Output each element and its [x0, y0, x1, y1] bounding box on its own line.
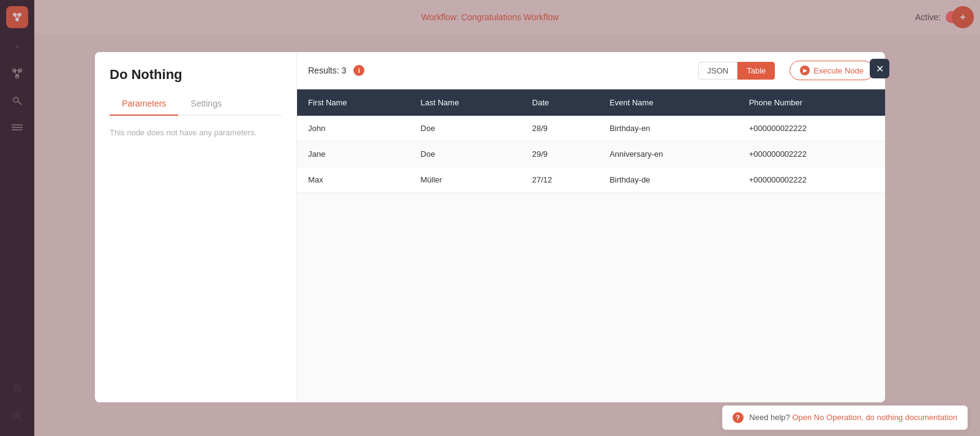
table-header-row: First Name Last Name Date Event Name Pho…	[297, 89, 885, 116]
execute-node-button[interactable]: ▶ Execute Node	[790, 61, 874, 80]
tab-bar: Parameters Settings	[110, 92, 282, 116]
col-first-name: First Name	[297, 89, 410, 116]
col-date: Date	[521, 89, 598, 116]
no-params-message: This node does not have any parameters.	[110, 128, 282, 137]
table-row: Jane Doe 29/9 Anniversary-en +0000000022…	[297, 141, 885, 167]
help-text: Need help?	[749, 413, 790, 422]
cell-event-2: Anniversary-en	[598, 141, 738, 167]
node-title: Do Nothing	[110, 67, 282, 83]
help-icon: ?	[733, 412, 744, 423]
cell-date-2: 29/9	[521, 141, 598, 167]
table-row: John Doe 28/9 Birthday-en +000000022222	[297, 116, 885, 141]
close-button[interactable]: ✕	[870, 59, 889, 78]
cell-first-name-3: Max	[297, 167, 410, 193]
cell-event-1: Birthday-en	[598, 116, 738, 141]
cell-phone-1: +000000022222	[738, 116, 885, 141]
cell-last-name-1: Doe	[410, 116, 521, 141]
info-badge: i	[353, 65, 364, 76]
col-event-name: Event Name	[598, 89, 738, 116]
cell-phone-2: +000000002222	[738, 141, 885, 167]
cell-first-name-2: Jane	[297, 141, 410, 167]
cell-event-3: Birthday-de	[598, 167, 738, 193]
results-table: First Name Last Name Date Event Name Pho…	[297, 89, 885, 193]
table-body: John Doe 28/9 Birthday-en +000000022222 …	[297, 116, 885, 193]
cell-date-3: 27/12	[521, 167, 598, 193]
view-toggle: JSON Table	[698, 62, 775, 80]
help-bar: ? Need help? Open No Operation, do nothi…	[722, 405, 968, 430]
results-count: Results: 3	[308, 66, 346, 75]
table-header: First Name Last Name Date Event Name Pho…	[297, 89, 885, 116]
tab-settings[interactable]: Settings	[178, 92, 234, 116]
cell-last-name-2: Doe	[410, 141, 521, 167]
right-panel: Results: 3 i JSON Table ▶ Execute Node F…	[297, 52, 885, 402]
left-panel: Do Nothing Parameters Settings This node…	[95, 52, 297, 402]
table-view-button[interactable]: Table	[737, 62, 775, 80]
execute-play-icon: ▶	[800, 66, 810, 75]
modal-dialog: Do Nothing Parameters Settings This node…	[95, 52, 885, 402]
tab-parameters[interactable]: Parameters	[110, 92, 178, 116]
cell-date-1: 28/9	[521, 116, 598, 141]
help-link[interactable]: Open No Operation, do nothing documentat…	[792, 413, 957, 422]
left-panel-body: This node does not have any parameters.	[95, 116, 296, 402]
cell-last-name-3: Müller	[410, 167, 521, 193]
table-row: Max Müller 27/12 Birthday-de +0000000022…	[297, 167, 885, 193]
cell-phone-3: +000000002222	[738, 167, 885, 193]
col-last-name: Last Name	[410, 89, 521, 116]
table-container: First Name Last Name Date Event Name Pho…	[297, 89, 885, 402]
col-phone-number: Phone Number	[738, 89, 885, 116]
cell-first-name-1: John	[297, 116, 410, 141]
right-panel-header: Results: 3 i JSON Table ▶ Execute Node	[297, 52, 885, 89]
left-panel-header: Do Nothing Parameters Settings	[95, 52, 296, 116]
json-view-button[interactable]: JSON	[698, 62, 738, 80]
